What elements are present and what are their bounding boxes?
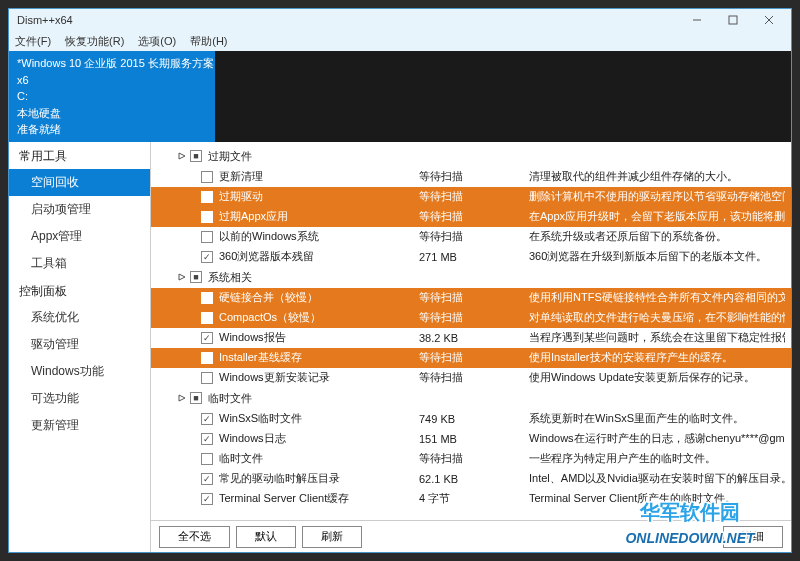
row-size: 等待扫描 [419,189,529,204]
main-row: 常用工具 空间回收 启动项管理 Appx管理 工具箱 控制面板 系统优化 驱动管… [9,142,791,553]
row-checkbox[interactable] [201,372,213,384]
row-checkbox[interactable] [201,352,213,364]
row-size: 271 MB [419,251,529,263]
menu-help[interactable]: 帮助(H) [190,34,227,49]
sidebar-item-startup[interactable]: 启动项管理 [9,196,150,223]
default-button[interactable]: 默认 [236,526,296,548]
close-button[interactable] [751,9,787,31]
row-desc: 使用Installer技术的安装程序产生的缓存。 [529,350,785,365]
row-checkbox[interactable]: ✓ [201,473,213,485]
sidebar-item-space-recovery[interactable]: 空间回收 [9,169,150,196]
menu-options[interactable]: 选项(O) [138,34,176,49]
row-checkbox[interactable]: ✓ [201,332,213,344]
row-checkbox[interactable] [201,171,213,183]
row-name: Windows日志 [219,431,419,446]
cleanup-row[interactable]: 过期Appx应用等待扫描在Appx应用升级时，会留下老版本应用，该功能将删除那些… [151,207,791,227]
row-desc: Windows在运行时产生的日志，感谢chenyu****@gmail.com、… [529,431,785,446]
cleanup-row[interactable]: ✓Terminal Server Client缓存4 字节Terminal Se… [151,489,791,509]
cleanup-row[interactable]: CompactOs（较慢）等待扫描对单纯读取的文件进行哈夫曼压缩，在不影响性能的… [151,308,791,328]
row-size: 等待扫描 [419,370,529,385]
expand-icon[interactable] [177,273,186,282]
row-name: 临时文件 [219,451,419,466]
menu-file[interactable]: 文件(F) [15,34,51,49]
cleanup-row[interactable]: 以前的Windows系统等待扫描在系统升级或者还原后留下的系统备份。 [151,227,791,247]
cleanup-row[interactable]: ✓Windows日志151 MBWindows在运行时产生的日志，感谢cheny… [151,429,791,449]
category-header[interactable]: ■临时文件 [151,388,791,409]
category-checkbox[interactable]: ■ [190,150,202,162]
row-desc: Terminal Server Client所产生的临时文件。 [529,491,785,506]
category-header[interactable]: ■系统相关 [151,267,791,288]
info-bar: *Windows 10 企业版 2015 长期服务方案 x6 C: 本地硬盘 准… [9,51,791,142]
category-header[interactable]: ■过期文件 [151,146,791,167]
row-checkbox[interactable] [201,211,213,223]
sidebar-item-toolbox[interactable]: 工具箱 [9,250,150,277]
window-title: Dism++x64 [13,14,679,26]
row-checkbox[interactable]: ✓ [201,433,213,445]
row-name: Installer基线缓存 [219,350,419,365]
row-desc: 在Appx应用升级时，会留下老版本应用，该功能将删除那些不使用的 [529,209,785,224]
row-size: 等待扫描 [419,229,529,244]
maximize-button[interactable] [715,9,751,31]
info-drive: C: [17,88,215,105]
row-name: 过期驱动 [219,189,419,204]
row-checkbox[interactable] [201,453,213,465]
sidebar-item-system-opt[interactable]: 系统优化 [9,304,150,331]
detail-button[interactable]: 详细 [723,526,783,548]
cleanup-row[interactable]: ✓Windows报告38.2 KB当程序遇到某些问题时，系统会在这里留下稳定性报… [151,328,791,348]
row-checkbox[interactable]: ✓ [201,251,213,263]
row-desc: 系统更新时在WinSxS里面产生的临时文件。 [529,411,785,426]
expand-icon[interactable] [177,152,186,161]
row-desc: 使用利用NTFS硬链接特性合并所有文件内容相同的文件。 [529,290,785,305]
cleanup-row[interactable]: 硬链接合并（较慢）等待扫描使用利用NTFS硬链接特性合并所有文件内容相同的文件。 [151,288,791,308]
row-name: Terminal Server Client缓存 [219,491,419,506]
cleanup-row[interactable]: ✓常见的驱动临时解压目录62.1 KBIntel、AMD以及Nvidia驱动在安… [151,469,791,489]
refresh-button[interactable]: 刷新 [302,526,362,548]
sidebar-item-updates[interactable]: 更新管理 [9,412,150,439]
row-checkbox[interactable] [201,191,213,203]
cleanup-row[interactable]: Windows更新安装记录等待扫描使用Windows Update安装更新后保存… [151,368,791,388]
category-label: 系统相关 [208,270,252,285]
row-desc: 在系统升级或者还原后留下的系统备份。 [529,229,785,244]
app-window: Dism++x64 文件(F) 恢复功能(R) 选项(O) 帮助(H) *Win… [8,8,792,553]
row-checkbox[interactable] [201,231,213,243]
row-size: 等待扫描 [419,451,529,466]
sidebar-item-optional-features[interactable]: 可选功能 [9,385,150,412]
titlebar: Dism++x64 [9,9,791,31]
row-name: 硬链接合并（较慢） [219,290,419,305]
row-name: CompactOs（较慢） [219,310,419,325]
cleanup-row[interactable]: 过期驱动等待扫描删除计算机中不使用的驱动程序以节省驱动存储池空间。 [151,187,791,207]
info-os: *Windows 10 企业版 2015 长期服务方案 x6 [17,55,215,88]
row-name: 过期Appx应用 [219,209,419,224]
row-desc: 360浏览器在升级到新版本后留下的老版本文件。 [529,249,785,264]
row-checkbox[interactable]: ✓ [201,413,213,425]
category-checkbox[interactable]: ■ [190,271,202,283]
cleanup-row[interactable]: ✓360浏览器版本残留271 MB360浏览器在升级到新版本后留下的老版本文件。 [151,247,791,267]
row-desc: 使用Windows Update安装更新后保存的记录。 [529,370,785,385]
cleanup-row[interactable]: Installer基线缓存等待扫描使用Installer技术的安装程序产生的缓存… [151,348,791,368]
menu-recovery[interactable]: 恢复功能(R) [65,34,124,49]
menubar: 文件(F) 恢复功能(R) 选项(O) 帮助(H) [9,31,791,51]
minimize-button[interactable] [679,9,715,31]
cleanup-row[interactable]: 临时文件等待扫描一些程序为特定用户产生的临时文件。 [151,449,791,469]
sidebar-item-driver[interactable]: 驱动管理 [9,331,150,358]
row-size: 等待扫描 [419,209,529,224]
info-disk: 本地硬盘 [17,105,215,122]
row-name: 更新清理 [219,169,419,184]
cleanup-tree: ■过期文件更新清理等待扫描清理被取代的组件并减少组件存储的大小。过期驱动等待扫描… [151,142,791,521]
sidebar-group-tools: 常用工具 [9,142,150,169]
row-name: Windows报告 [219,330,419,345]
row-name: 常见的驱动临时解压目录 [219,471,419,486]
row-checkbox[interactable]: ✓ [201,493,213,505]
sidebar-item-appx[interactable]: Appx管理 [9,223,150,250]
cleanup-row[interactable]: 更新清理等待扫描清理被取代的组件并减少组件存储的大小。 [151,167,791,187]
row-name: WinSxS临时文件 [219,411,419,426]
sidebar-item-windows-features[interactable]: Windows功能 [9,358,150,385]
row-checkbox[interactable] [201,312,213,324]
button-bar: 全不选 默认 刷新 详细 [151,520,791,552]
select-none-button[interactable]: 全不选 [159,526,230,548]
row-checkbox[interactable] [201,292,213,304]
cleanup-row[interactable]: ✓WinSxS临时文件749 KB系统更新时在WinSxS里面产生的临时文件。 [151,409,791,429]
sidebar-group-control: 控制面板 [9,277,150,304]
category-checkbox[interactable]: ■ [190,392,202,404]
expand-icon[interactable] [177,394,186,403]
